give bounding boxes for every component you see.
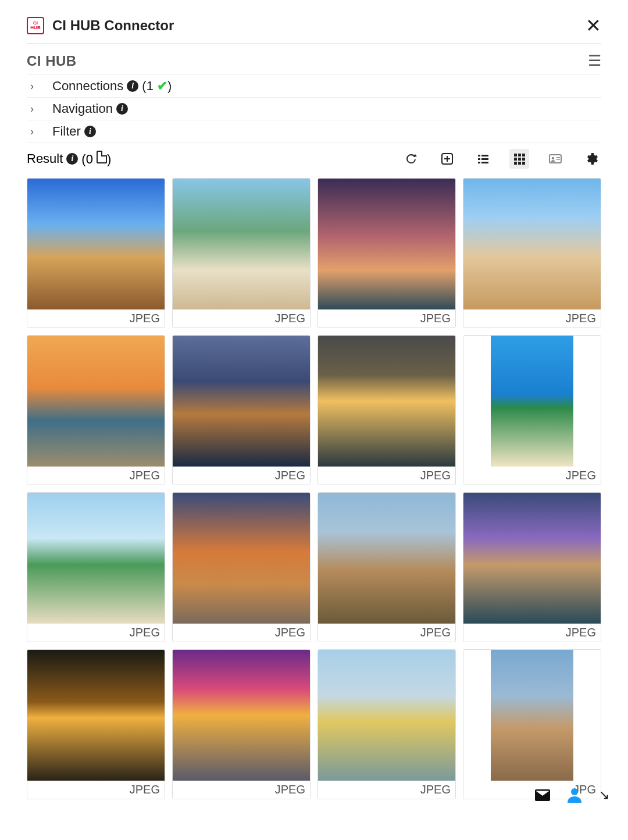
details-view-button[interactable]: [545, 149, 565, 169]
asset-format-label: JPEG: [173, 309, 310, 328]
asset-card[interactable]: JPEG: [27, 649, 165, 799]
filter-label: Filter: [52, 124, 81, 139]
asset-card[interactable]: JPEG: [172, 649, 311, 799]
asset-format-label: JPEG: [318, 781, 455, 799]
plus-box-icon: [440, 152, 454, 166]
results-grid: JPEGJPEGJPEGJPEGJPEGJPEGJPEGJPEGJPEGJPEG…: [27, 177, 601, 800]
close-icon[interactable]: ✕: [586, 16, 601, 35]
svg-rect-9: [522, 154, 525, 156]
user-icon[interactable]: [568, 788, 581, 803]
toolbar: [401, 149, 601, 169]
asset-format-label: JPEG: [27, 467, 165, 485]
mail-icon[interactable]: [535, 789, 550, 801]
app-title: CI HUB Connector: [52, 17, 174, 34]
list-view-button[interactable]: [473, 149, 493, 169]
svg-rect-18: [556, 157, 560, 158]
svg-rect-2: [481, 155, 488, 156]
svg-point-20: [571, 788, 578, 795]
asset-thumbnail: [463, 493, 601, 624]
settings-button[interactable]: [581, 149, 601, 169]
svg-point-17: [552, 157, 554, 159]
chevron-right-icon: ›: [27, 126, 52, 138]
asset-thumbnail: [27, 179, 165, 309]
asset-thumbnail: [463, 179, 601, 309]
brand-label: CI HUB: [27, 53, 77, 69]
svg-rect-11: [518, 158, 521, 161]
add-button[interactable]: [437, 149, 457, 169]
titlebar: CIHUB CI HUB Connector ✕: [27, 16, 601, 44]
asset-format-label: JPEG: [27, 781, 165, 799]
svg-rect-14: [518, 162, 521, 165]
asset-format-label: JPEG: [463, 309, 601, 328]
asset-format-label: JPEG: [318, 467, 455, 485]
navigation-label: Navigation: [52, 101, 113, 116]
asset-card[interactable]: JPEG: [172, 178, 311, 328]
asset-thumbnail: [318, 650, 455, 781]
info-icon[interactable]: i: [66, 153, 78, 165]
result-left: Result i (0 ): [27, 151, 111, 167]
accordion-navigation[interactable]: › Navigation i: [27, 97, 601, 120]
asset-card[interactable]: JPEG: [172, 335, 311, 485]
asset-thumbnail: [173, 336, 310, 467]
asset-thumbnail: [173, 179, 310, 309]
result-bar: Result i (0 ): [27, 143, 601, 177]
footer-bar: ↘: [535, 788, 609, 803]
asset-format-label: JPEG: [27, 624, 165, 642]
svg-rect-1: [478, 155, 480, 156]
asset-format-label: JPEG: [318, 309, 455, 328]
info-icon[interactable]: i: [116, 103, 128, 115]
asset-card[interactable]: JPEG: [27, 335, 165, 485]
asset-card[interactable]: JPEG: [463, 492, 601, 642]
grid-view-button[interactable]: [509, 149, 529, 169]
asset-format-label: JPEG: [173, 781, 310, 799]
asset-card[interactable]: JPG: [463, 649, 601, 799]
result-label: Result: [27, 151, 63, 166]
resize-handle-icon[interactable]: ↘: [599, 788, 609, 803]
asset-format-label: JPEG: [318, 624, 455, 642]
id-card-icon: [548, 152, 562, 166]
svg-rect-8: [518, 154, 521, 156]
accordion: › Connections i (1 ✔) › Navigation i › F…: [27, 74, 601, 143]
connections-count: (1 ✔): [142, 79, 172, 94]
asset-thumbnail: [318, 493, 455, 624]
grid-icon: [512, 152, 526, 166]
asset-card[interactable]: JPEG: [317, 649, 456, 799]
svg-rect-5: [478, 162, 480, 163]
asset-card[interactable]: JPEG: [27, 492, 165, 642]
list-icon: [476, 152, 490, 166]
result-count: (0 ): [81, 151, 111, 167]
asset-card[interactable]: JPEG: [463, 335, 601, 485]
document-icon: [97, 151, 107, 163]
asset-card[interactable]: JPEG: [317, 178, 456, 328]
asset-card[interactable]: JPEG: [463, 178, 601, 328]
chevron-right-icon: ›: [27, 103, 52, 115]
connections-label: Connections: [52, 79, 123, 94]
app-window: CIHUB CI HUB Connector ✕ CI HUB ☰ › Conn…: [13, 6, 615, 806]
svg-rect-19: [556, 159, 560, 160]
refresh-button[interactable]: [401, 149, 421, 169]
asset-format-label: JPEG: [27, 309, 165, 328]
chevron-right-icon: ›: [27, 80, 52, 92]
asset-card[interactable]: JPEG: [317, 492, 456, 642]
accordion-filter[interactable]: › Filter i: [27, 120, 601, 143]
check-icon: ✔: [157, 79, 167, 93]
asset-format-label: JPEG: [463, 624, 601, 642]
asset-thumbnail: [173, 650, 310, 781]
info-icon[interactable]: i: [84, 126, 96, 137]
refresh-icon: [404, 152, 418, 166]
info-icon[interactable]: i: [127, 80, 138, 92]
accordion-connections[interactable]: › Connections i (1 ✔): [27, 74, 601, 97]
asset-thumbnail: [318, 179, 455, 309]
asset-card[interactable]: JPEG: [317, 335, 456, 485]
asset-card[interactable]: JPEG: [27, 178, 165, 328]
app-logo: CIHUB: [27, 17, 44, 34]
asset-thumbnail: [27, 336, 165, 467]
svg-rect-3: [478, 158, 480, 160]
svg-rect-6: [481, 162, 488, 163]
svg-rect-4: [481, 158, 488, 160]
svg-rect-13: [514, 162, 517, 165]
menu-icon[interactable]: ☰: [588, 52, 601, 70]
svg-rect-15: [522, 162, 525, 165]
asset-card[interactable]: JPEG: [172, 492, 311, 642]
svg-rect-10: [514, 158, 517, 161]
